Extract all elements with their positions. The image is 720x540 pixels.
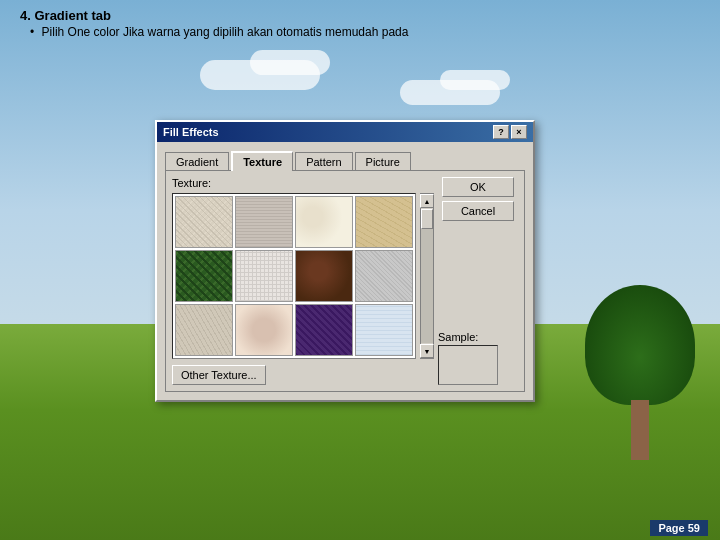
other-texture-button[interactable]: Other Texture... <box>172 365 266 385</box>
texture-cell-8[interactable] <box>355 250 413 302</box>
titlebar-buttons: ? × <box>493 125 527 139</box>
texture-cell-10[interactable] <box>235 304 293 356</box>
texture-cell-5[interactable] <box>175 250 233 302</box>
dialog-right-buttons: OK Cancel <box>438 177 518 221</box>
heading: 4. Gradient tab <box>20 8 700 23</box>
help-button[interactable]: ? <box>493 125 509 139</box>
tabs-row: Gradient Texture Pattern Picture <box>165 150 525 170</box>
sample-box <box>438 345 498 385</box>
dialog-body: Gradient Texture Pattern Picture <box>157 142 533 400</box>
dialog-main: Texture: <box>172 177 434 385</box>
fill-effects-dialog: Fill Effects ? × Gradient Texture <box>155 120 535 402</box>
subtext: • Pilih One color Jika warna yang dipili… <box>30 25 700 39</box>
tab-panel: Texture: <box>165 170 525 392</box>
tab-pattern[interactable]: Pattern <box>295 152 352 171</box>
texture-cell-2[interactable] <box>235 196 293 248</box>
text-area: 4. Gradient tab • Pilih One color Jika w… <box>20 8 700 39</box>
texture-grid-wrapper: ▲ ▼ <box>172 193 434 359</box>
dialog-box: Fill Effects ? × Gradient Texture <box>155 120 535 402</box>
tab-picture[interactable]: Picture <box>355 152 411 171</box>
scrollbar-track <box>421 209 433 343</box>
bullet: • <box>30 25 34 39</box>
texture-grid <box>172 193 416 359</box>
texture-cell-11[interactable] <box>295 304 353 356</box>
texture-cell-12[interactable] <box>355 304 413 356</box>
texture-scrollbar[interactable]: ▲ ▼ <box>420 193 434 359</box>
texture-label: Texture: <box>172 177 434 189</box>
dialog-sidebar: OK Cancel Sample: <box>438 177 518 385</box>
close-button[interactable]: × <box>511 125 527 139</box>
ok-button[interactable]: OK <box>442 177 514 197</box>
tab-gradient[interactable]: Gradient <box>165 152 229 171</box>
sample-area: Sample: <box>438 331 518 385</box>
texture-cell-3[interactable] <box>295 196 353 248</box>
page-number-text: Page 59 <box>658 522 700 534</box>
heading-title: Gradient tab <box>34 8 111 23</box>
texture-cell-1[interactable] <box>175 196 233 248</box>
texture-cell-7[interactable] <box>295 250 353 302</box>
heading-number: 4. <box>20 8 31 23</box>
texture-cell-6[interactable] <box>235 250 293 302</box>
subtext-content: Pilih One color Jika warna yang dipilih … <box>42 25 409 39</box>
page-number-badge: Page 59 <box>650 520 708 536</box>
dialog-inner: Texture: <box>172 177 518 385</box>
tab-texture[interactable]: Texture <box>231 151 293 171</box>
scroll-up-button[interactable]: ▲ <box>420 194 434 208</box>
cancel-button[interactable]: Cancel <box>442 201 514 221</box>
texture-cell-9[interactable] <box>175 304 233 356</box>
texture-cell-4[interactable] <box>355 196 413 248</box>
dialog-titlebar: Fill Effects ? × <box>157 122 533 142</box>
scroll-down-button[interactable]: ▼ <box>420 344 434 358</box>
scrollbar-thumb[interactable] <box>421 209 433 229</box>
slide-content: 4. Gradient tab • Pilih One color Jika w… <box>0 0 720 540</box>
dialog-title: Fill Effects <box>163 126 219 138</box>
sample-label: Sample: <box>438 331 518 343</box>
